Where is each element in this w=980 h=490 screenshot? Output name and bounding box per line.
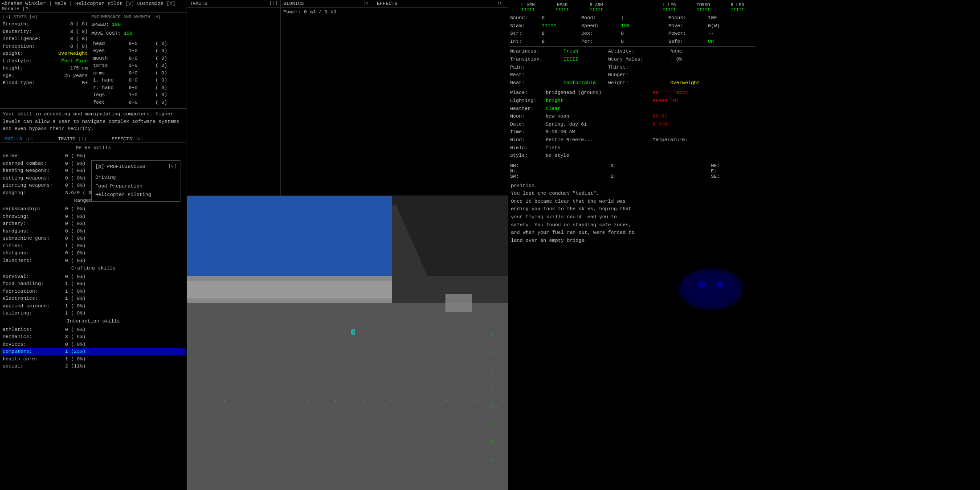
skill-social[interactable]: social: 2 (11%) — [1, 363, 186, 370]
rest-label: Rest: — [510, 71, 564, 79]
skill-throwing[interactable]: throwing: 0 ( 0%) — [1, 213, 186, 220]
lighting-val: bright — [546, 97, 653, 105]
skill-marksmanship[interactable]: marksmanship: 0 ( 0%) — [1, 205, 186, 213]
svg-point-26 — [680, 269, 742, 309]
proficiency-food: Food Preparation — [95, 182, 176, 191]
skill-rifles[interactable]: rifles: 1 ( 0%) — [1, 242, 186, 250]
skill-melee[interactable]: melee: 0 ( 0%) — [1, 152, 186, 160]
left-panel: Abraham Winkler | Male | Helicopter Pilo… — [0, 0, 187, 490]
mood-val: | — [621, 14, 669, 22]
int-r-val: 8 — [542, 38, 581, 46]
traits-panel-header: TRAITS [t] — [187, 0, 280, 8]
per-r-label: Per: — [581, 38, 621, 46]
melee-category-label: Melee skills — [76, 145, 111, 151]
temp-label: Temperature: — [653, 136, 697, 144]
enc-feet-extra: ( 0) — [155, 99, 182, 106]
tab-traits[interactable]: TRAITS [t] — [54, 135, 90, 143]
lifestyle-val: Feel Fine — [61, 57, 88, 65]
right-rest-row: Rest: Hunger: — [510, 71, 755, 79]
enc-torso-extra: ( 0) — [155, 62, 182, 69]
msg-7-text: land over an empty bridge. — [511, 238, 588, 243]
enc-arms-part: arms — [93, 69, 129, 77]
svg-rect-6 — [392, 196, 508, 205]
skill-shotguns[interactable]: shotguns: 0 ( 0%) — [1, 249, 186, 257]
compass-nw: NW: — [510, 163, 555, 168]
skill-computers[interactable]: computers: 1 (25%) — [1, 348, 186, 355]
dark-creature-svg — [666, 253, 755, 316]
lifestyle-label: Lifestyle: — [3, 57, 32, 65]
msg-3-text: ending you took to the skies, hoping tha… — [511, 206, 632, 212]
move-r-val: 0(W) — [708, 22, 755, 30]
effects-panel-header: EFFECTS [c] — [374, 0, 508, 8]
crafting-category-label: Crafting skills — [71, 265, 115, 271]
skill-health-care[interactable]: health care: 1 ( 0%) — [1, 355, 186, 363]
body-r-leg-label: R LEG — [731, 3, 744, 8]
msg-5-text: safety. You found no standing safe zones… — [511, 222, 632, 228]
weariness-label: Weariness: — [510, 48, 564, 56]
compass-area: NW: N: NE: W: E: SW: S: SE: — [510, 162, 755, 180]
rest-val — [564, 71, 608, 79]
safe-r-label: Safe: — [668, 38, 708, 46]
game-map[interactable]: @ ^ ^ ^ ^ ^ ^ ^ ^ . . . . . . . . . . . … — [187, 196, 508, 490]
body-r-arm: R ARM IIIII — [590, 3, 603, 12]
enc-mouth-part: mouth — [93, 55, 129, 62]
skill-fabrication[interactable]: fabrication: 1 ( 0%) — [1, 288, 186, 295]
bionics-content: Power: 0 mJ / 0 kJ — [281, 8, 374, 16]
weariness-val: Fresh — [564, 48, 608, 56]
enc-rhand-part: r. hand — [93, 84, 129, 92]
int-label: Intelligence: — [3, 35, 41, 43]
tab-effects[interactable]: EFFECTS [c] — [108, 135, 147, 143]
msg-7: land over an empty bridge. — [510, 237, 755, 245]
thirst-label: Thirst: — [608, 64, 670, 72]
map-svg: @ ^ ^ ^ ^ ^ ^ ^ ^ . . . . . . . . . . . … — [187, 196, 508, 490]
svg-text:^: ^ — [490, 457, 495, 466]
skill-applied-science[interactable]: applied science: 1 ( 0%) — [1, 302, 186, 310]
encumb-label: ENCUMBRANCE AND WARMTH — [91, 15, 150, 20]
enc-torso-val: 3+0 — [129, 62, 155, 69]
skill-athletics[interactable]: athletics: 0 ( 0%) — [1, 326, 186, 334]
place-label: Place: — [510, 89, 546, 97]
char-sep2: | — [69, 1, 75, 6]
svg-text:. . . . . . . . . . . . . .: . . . . . . . . . . . . . . — [223, 396, 508, 403]
skill-archery[interactable]: archery: 0 ( 0%) — [1, 220, 186, 228]
moon-val: New moon — [546, 113, 653, 121]
bionics-power-label: Power: — [283, 9, 301, 15]
bionics-panel: BIONICS [x] Power: 0 mJ / 0 kJ — [281, 0, 374, 196]
skill-smg[interactable]: submachine guns: 0 ( 0%) — [1, 235, 186, 242]
stats-section: [s] STATS [w] Strength:8 ( 8) Dexterity:… — [0, 13, 187, 108]
compass-s: S: — [611, 174, 655, 179]
enc-feet-val: 6+0 — [129, 99, 155, 106]
char-name: Abraham Winkler — [2, 1, 46, 6]
tab-skills[interactable]: SKILLS [r] — [1, 135, 37, 143]
safe-r-val: On — [708, 38, 755, 46]
skill-mechanics[interactable]: mechanics: 3 ( 6%) — [1, 333, 186, 341]
enc-legs-val: 1+0 — [129, 91, 155, 99]
char-customize[interactable]: Customize — [137, 1, 163, 6]
thirst-val — [670, 64, 724, 72]
skills-tabs: SKILLS [r] TRAITS [t] EFFECTS [c] — [1, 135, 186, 143]
date-extra: RꞌRꞌR: — [653, 121, 706, 129]
right-transition-row: Transition: IIIII Weary Malus: + 0% — [510, 56, 755, 64]
crafting-category: Crafting skills — [1, 264, 186, 273]
skill-tailoring[interactable]: tailoring: 1 ( 0%) — [1, 310, 186, 317]
skill-food-handling[interactable]: food handling: 1 ( 0%) — [1, 280, 186, 288]
svg-text:^: ^ — [490, 403, 495, 412]
melee-category: Melee skills — [1, 144, 186, 153]
enc-rhand-val: 0+0 — [129, 84, 155, 92]
msg-0-text: position. — [511, 183, 537, 188]
skill-launchers[interactable]: launchers: 0 ( 0%) — [1, 257, 186, 265]
skill-handguns[interactable]: handguns: 0 ( 0%) — [1, 228, 186, 235]
bionics-panel-header: BIONICS [x] — [281, 0, 374, 8]
stam-label: Stam: — [510, 22, 542, 30]
body-r-leg: R LEG IIIII — [731, 3, 744, 12]
skill-devices[interactable]: devices: 0 ( 0%) — [1, 341, 186, 348]
dark-creature-area — [510, 249, 755, 316]
skill-description: Your skill in accessing and manipulating… — [3, 111, 179, 131]
skill-electronics[interactable]: electronics: 1 ( 0%) — [1, 295, 186, 302]
stats-key: [s] — [3, 15, 13, 20]
transition-label: Transition: — [510, 56, 564, 64]
skill-survival[interactable]: survival: 0 ( 0%) — [1, 273, 186, 281]
enc-rhand-extra: ( 0) — [155, 84, 182, 92]
right-int-row: Int: 8 Per: 8 Safe: On — [510, 38, 755, 46]
time-label: Time: — [510, 128, 546, 136]
